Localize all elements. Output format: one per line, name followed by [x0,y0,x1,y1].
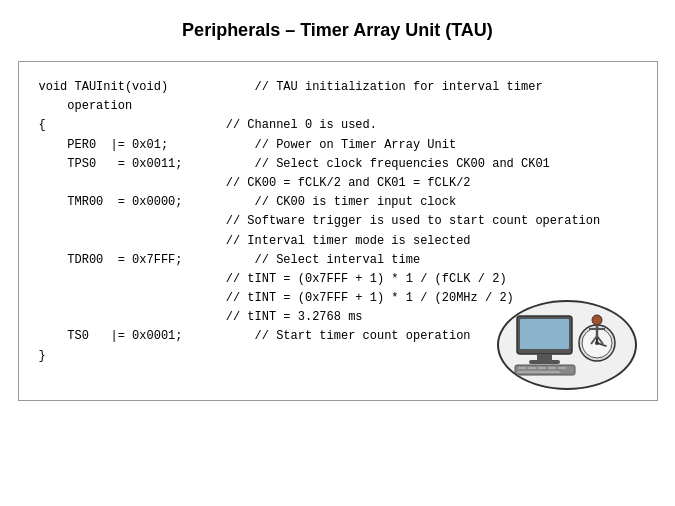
svg-rect-6 [528,367,536,369]
svg-rect-1 [520,319,569,349]
code-container: void TAUInit(void) // TAU initialization… [18,61,658,401]
svg-rect-2 [537,354,552,360]
svg-rect-8 [548,367,556,369]
svg-point-16 [592,315,602,325]
illustration [497,300,637,390]
page-title: Peripherals – Timer Array Unit (TAU) [182,20,493,41]
svg-point-15 [595,341,599,345]
svg-rect-3 [529,360,560,364]
illustration-ellipse [497,300,637,390]
svg-rect-7 [538,367,546,369]
svg-rect-5 [518,367,526,369]
svg-rect-4 [515,365,575,375]
svg-rect-10 [518,371,560,373]
computer-clock-svg [507,308,627,383]
svg-rect-9 [558,367,566,369]
